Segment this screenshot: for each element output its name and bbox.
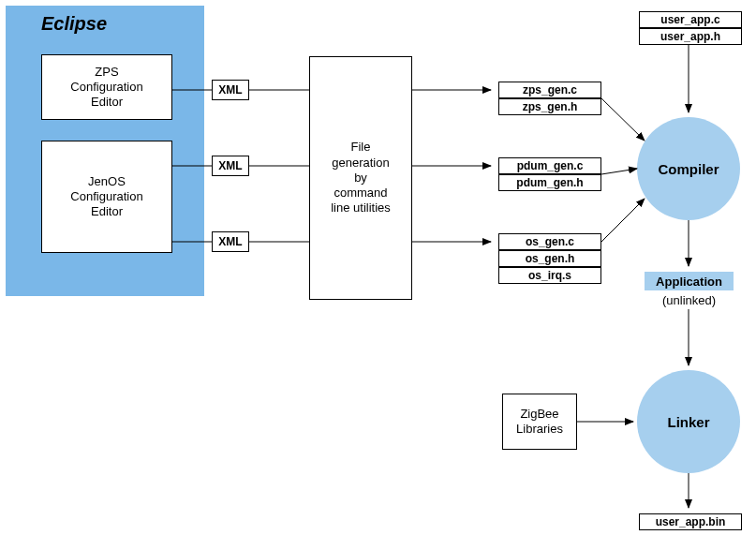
- xml-box-3: XML: [212, 231, 249, 252]
- compiler-node: Compiler: [637, 117, 740, 220]
- application-unlinked: Application (unlinked): [645, 272, 734, 309]
- file-zps-c-label: zps_gen.c: [523, 83, 577, 97]
- zigbee-label: ZigBee Libraries: [516, 407, 563, 438]
- zps-label: ZPS Configuration Editor: [70, 65, 142, 111]
- file-user-c: user_app.c: [639, 11, 742, 28]
- compiler-label: Compiler: [658, 161, 719, 177]
- app-status: (unlinked): [645, 290, 734, 309]
- file-os-c: os_gen.c: [498, 233, 601, 250]
- linker-node: Linker: [637, 370, 740, 473]
- linker-label: Linker: [667, 414, 709, 430]
- zigbee-libraries: ZigBee Libraries: [502, 394, 577, 450]
- xml-label-2: XML: [218, 159, 242, 172]
- svg-line-12: [601, 199, 645, 242]
- file-os-h: os_gen.h: [498, 250, 601, 267]
- file-pdum-c: pdum_gen.c: [498, 157, 601, 174]
- file-zps-h-label: zps_gen.h: [523, 100, 578, 113]
- svg-line-11: [601, 169, 637, 174]
- jenos-config-editor: JenOS Configuration Editor: [41, 141, 172, 253]
- xml-label-3: XML: [218, 235, 242, 248]
- file-zps-c: zps_gen.c: [498, 82, 601, 98]
- xml-box-2: XML: [212, 156, 249, 176]
- file-pdum-h: pdum_gen.h: [498, 174, 601, 191]
- xml-label-1: XML: [218, 83, 242, 97]
- filegen-label: File generation by command line utilitie…: [331, 140, 391, 215]
- app-title: Application: [645, 272, 734, 290]
- file-user-c-label: user_app.c: [660, 13, 719, 26]
- output-label: user_app.bin: [656, 515, 726, 528]
- file-zps-h: zps_gen.h: [498, 98, 601, 115]
- jenos-label: JenOS Configuration Editor: [70, 174, 142, 220]
- file-output-bin: user_app.bin: [639, 513, 742, 530]
- file-os-c-label: os_gen.c: [526, 235, 574, 248]
- file-pdum-h-label: pdum_gen.h: [516, 176, 583, 189]
- file-generation-box: File generation by command line utilitie…: [309, 56, 412, 300]
- file-os-h-label: os_gen.h: [526, 252, 575, 265]
- zps-config-editor: ZPS Configuration Editor: [41, 54, 172, 120]
- xml-box-1: XML: [212, 80, 249, 100]
- eclipse-title: Eclipse: [41, 13, 107, 35]
- file-user-h-label: user_app.h: [660, 30, 720, 43]
- file-user-h: user_app.h: [639, 28, 742, 45]
- file-pdum-c-label: pdum_gen.c: [517, 159, 584, 172]
- file-os-irq: os_irq.s: [498, 267, 601, 284]
- svg-line-10: [601, 98, 645, 141]
- file-os-irq-label: os_irq.s: [528, 269, 571, 282]
